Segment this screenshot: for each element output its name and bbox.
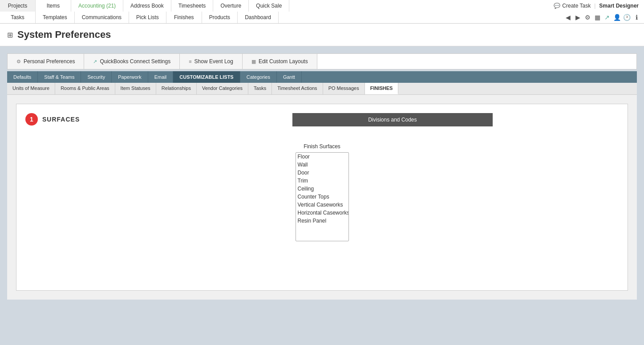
sub-tab-email[interactable]: Email bbox=[148, 71, 174, 83]
nav-right-icon[interactable]: ▶ bbox=[574, 13, 582, 21]
nav-address-book[interactable]: Address Book bbox=[123, 0, 171, 12]
nav-communications[interactable]: Communications bbox=[75, 12, 129, 23]
top-navigation: Projects Items Accounting (21) Address B… bbox=[0, 0, 644, 24]
nav-quick-sale[interactable]: Quick Sale bbox=[249, 0, 289, 12]
quickbooks-icon: ↗ bbox=[93, 59, 97, 65]
nav-templates[interactable]: Templates bbox=[36, 12, 75, 23]
sub-tabs: Defaults Staff & Teams Security Paperwor… bbox=[7, 71, 637, 83]
list-tab-finishes[interactable]: FINISHES bbox=[365, 83, 399, 94]
nav-overture[interactable]: Overture bbox=[213, 0, 249, 12]
surfaces-title: SURFACES bbox=[42, 116, 80, 123]
sub-tab-paperwork[interactable]: Paperwork bbox=[112, 71, 148, 83]
sub-tab-defaults[interactable]: Defaults bbox=[7, 71, 38, 83]
list-tab-tasks[interactable]: Tasks bbox=[248, 83, 272, 94]
list-tab-po-messages[interactable]: PO Messages bbox=[323, 83, 365, 94]
finish-surfaces-section: Finish Surfaces Floor Wall Door Trim Cei… bbox=[25, 143, 619, 241]
list-item[interactable]: Counter Tops bbox=[296, 193, 348, 201]
gear-icon: ⚙ bbox=[16, 59, 21, 65]
top-right-actions: 💬 Create Task | Smart Designer bbox=[548, 0, 644, 12]
nav-projects[interactable]: Projects bbox=[0, 0, 36, 12]
list-item[interactable]: Resin Panel bbox=[296, 217, 348, 225]
tab-quickbooks[interactable]: ↗ QuickBooks Connect Settings bbox=[84, 54, 180, 69]
tab-personal-prefs[interactable]: ⚙ Personal Preferences bbox=[8, 54, 84, 69]
tab-custom-layouts[interactable]: ▦ Edit Custom Layouts bbox=[243, 54, 317, 69]
finishes-container: 1 SURFACES Divisions and Codes Finish Su… bbox=[16, 104, 628, 291]
list-item[interactable]: Wall bbox=[296, 161, 348, 169]
list-item[interactable]: Trim bbox=[296, 177, 348, 185]
external-link-icon[interactable]: ⊞ bbox=[7, 31, 13, 39]
info-icon[interactable]: ℹ bbox=[632, 13, 640, 21]
list-item[interactable]: Horizontal Caseworks bbox=[296, 209, 348, 217]
nav-accounting[interactable]: Accounting (21) bbox=[71, 0, 123, 12]
nav-row-1: Projects Items Accounting (21) Address B… bbox=[0, 0, 644, 12]
nav-dashboard[interactable]: Dashboard bbox=[238, 12, 279, 23]
list-tab-relationships[interactable]: Relationships bbox=[156, 83, 197, 94]
list-tab-rooms[interactable]: Rooms & Public Areas bbox=[55, 83, 115, 94]
divisions-header: Divisions and Codes bbox=[292, 113, 493, 126]
layout-icon: ▦ bbox=[251, 59, 256, 65]
page-header: ⊞ System Preferences bbox=[0, 24, 644, 46]
surfaces-left: 1 SURFACES bbox=[25, 113, 292, 134]
nav-row-2: Tasks Templates Communications Pick List… bbox=[0, 12, 644, 23]
arrow-icon[interactable]: ↗ bbox=[603, 13, 611, 21]
chat-icon: 💬 bbox=[554, 3, 560, 9]
settings-icon[interactable]: ⚙ bbox=[583, 13, 591, 21]
sub-tab-gantt[interactable]: Gantt bbox=[277, 71, 302, 83]
list-tab-timesheet-actions[interactable]: Timesheet Actions bbox=[272, 83, 323, 94]
tab-event-log[interactable]: ≡ Show Event Log bbox=[180, 54, 243, 69]
nav-timesheets[interactable]: Timesheets bbox=[171, 0, 214, 12]
list-item[interactable]: Vertical Caseworks bbox=[296, 201, 348, 209]
finish-surfaces-label: Finish Surfaces bbox=[25, 143, 619, 150]
step-badge: 1 bbox=[25, 113, 38, 126]
create-task-button[interactable]: 💬 Create Task bbox=[554, 3, 591, 9]
sub-tab-categories[interactable]: Categories bbox=[240, 71, 277, 83]
list-icon: ≡ bbox=[189, 59, 191, 64]
grid-icon[interactable]: ▦ bbox=[593, 13, 601, 21]
nav-items[interactable]: Items bbox=[36, 0, 71, 12]
nav-left-icon[interactable]: ◀ bbox=[564, 13, 572, 21]
nav-products[interactable]: Products bbox=[202, 12, 238, 23]
content-panel: 1 SURFACES Divisions and Codes Finish Su… bbox=[7, 95, 637, 300]
main-tab-panel: ⚙ Personal Preferences ↗ QuickBooks Conn… bbox=[7, 53, 637, 69]
sub-tab-staff-teams[interactable]: Staff & Teams bbox=[38, 71, 81, 83]
main-content: ⚙ Personal Preferences ↗ QuickBooks Conn… bbox=[0, 46, 644, 307]
sub-tab-security[interactable]: Security bbox=[81, 71, 112, 83]
main-tabs: ⚙ Personal Preferences ↗ QuickBooks Conn… bbox=[8, 54, 636, 69]
user-icon[interactable]: 👤 bbox=[613, 13, 621, 21]
list-tab-units[interactable]: Units of Measure bbox=[7, 83, 55, 94]
clock-icon[interactable]: 🕐 bbox=[623, 13, 631, 21]
list-tabs: Units of Measure Rooms & Public Areas It… bbox=[7, 83, 637, 95]
finish-surfaces-list[interactable]: Floor Wall Door Trim Ceiling Counter Top… bbox=[296, 152, 349, 241]
nav-tasks[interactable]: Tasks bbox=[0, 12, 36, 23]
list-tab-item-statuses[interactable]: Item Statuses bbox=[115, 83, 156, 94]
list-item[interactable]: Floor bbox=[296, 153, 348, 161]
surfaces-layout: 1 SURFACES Divisions and Codes bbox=[25, 113, 619, 134]
page-title: System Preferences bbox=[17, 29, 111, 41]
app-title: Smart Designer bbox=[599, 3, 639, 9]
nav-pick-lists[interactable]: Pick Lists bbox=[129, 12, 166, 23]
list-item[interactable]: Ceiling bbox=[296, 185, 348, 193]
surfaces-right: Divisions and Codes bbox=[292, 113, 619, 134]
sub-tab-customizable-lists[interactable]: CUSTOMIZABLE LISTS bbox=[173, 71, 240, 83]
list-tab-vendor-categories[interactable]: Vendor Categories bbox=[197, 83, 248, 94]
nav-finishes[interactable]: Finishes bbox=[166, 12, 202, 23]
list-item[interactable]: Door bbox=[296, 169, 348, 177]
surfaces-header: 1 SURFACES bbox=[25, 113, 284, 126]
